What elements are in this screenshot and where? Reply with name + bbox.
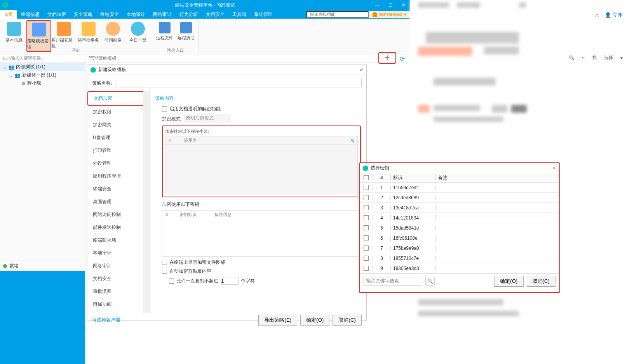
checkbox-icon[interactable] bbox=[364, 225, 369, 230]
checkbox-icon[interactable] bbox=[364, 195, 369, 200]
chevron-down-icon[interactable]: ▾ bbox=[620, 55, 623, 61]
side-approval[interactable]: 审批流程 bbox=[87, 285, 149, 298]
menu-tab-doc-encrypt[interactable]: 文档加密 bbox=[44, 10, 70, 19]
alert-icon[interactable]: ⚠ bbox=[595, 12, 599, 18]
checkbox-icon[interactable] bbox=[162, 260, 167, 265]
side-website[interactable]: 网站访问控制 bbox=[87, 208, 149, 221]
show-icon-row[interactable]: 在终端上显示加密文件图标 bbox=[162, 259, 361, 266]
policy-name-input[interactable] bbox=[115, 79, 362, 87]
user-menu[interactable]: hanxiaoyao ▾ bbox=[369, 11, 410, 18]
ribbon-label: 远程协助 bbox=[178, 35, 195, 41]
side-print[interactable]: 打印管理 bbox=[87, 144, 149, 157]
side-usb[interactable]: U盘管理 bbox=[87, 131, 149, 144]
key-row[interactable]: 313e418d2ca bbox=[360, 203, 559, 213]
ribbon-time-portrait[interactable]: 时间画像 bbox=[101, 20, 125, 52]
key-row[interactable]: 81855710c7e bbox=[360, 253, 559, 263]
maximize-icon[interactable]: ☐ bbox=[384, 0, 397, 10]
key-row[interactable]: 414c1201894 bbox=[360, 213, 559, 223]
select-all-checkbox[interactable] bbox=[364, 175, 369, 180]
key-row[interactable]: 111659d7e4f bbox=[360, 183, 559, 193]
menu-tab-terminal-info[interactable]: 终端信息 bbox=[17, 10, 44, 19]
side-desktop[interactable]: 桌面管理 bbox=[87, 195, 149, 208]
key-row[interactable]: 7175be9e9a0 bbox=[360, 243, 559, 253]
key-row[interactable]: 212cded8689 bbox=[360, 193, 559, 203]
add-template-button[interactable]: + bbox=[378, 52, 396, 64]
close-icon[interactable]: ✕ bbox=[359, 67, 363, 73]
collapse-icon[interactable]: ⌄ bbox=[3, 64, 7, 70]
menu-tab-terminal-security[interactable]: 终端安全 bbox=[96, 10, 123, 19]
menu-tab-behavior[interactable]: 行为分析 bbox=[176, 10, 202, 19]
close-icon[interactable]: ✕ bbox=[552, 165, 556, 171]
enable-encrypt-row[interactable]: 启用文档透明加解密功能 bbox=[162, 106, 361, 112]
menu-tab-doc-security[interactable]: 文档安全 bbox=[202, 10, 228, 19]
menu-tab-home[interactable]: 首页 bbox=[0, 10, 17, 19]
search-icon[interactable]: 🔍 bbox=[569, 55, 575, 61]
tree-child[interactable]: ⌄ 👥 新媒体一部 (1/1) bbox=[0, 71, 85, 79]
tree-leaf[interactable]: 🖥 薛小瑶 bbox=[0, 79, 85, 87]
checkbox-icon[interactable] bbox=[364, 205, 369, 210]
side-firewall[interactable]: 终端防火墙 bbox=[87, 234, 149, 247]
menu-tab-system[interactable]: 系统管理 bbox=[250, 10, 277, 19]
quick-search-input[interactable] bbox=[306, 11, 369, 18]
checkbox-icon[interactable] bbox=[364, 235, 369, 240]
ribbon-remote-assist[interactable]: 远程协助 bbox=[176, 20, 197, 42]
checkbox-icon[interactable] bbox=[169, 279, 174, 284]
tree-search-input[interactable]: 在此输入关键字筛选... bbox=[0, 54, 85, 63]
key-search-input[interactable]: 输入关键字搜索 bbox=[364, 277, 422, 286]
key-row[interactable]: 919305ea3d3 bbox=[360, 263, 559, 273]
minimize-icon[interactable]: — bbox=[371, 0, 384, 10]
side-doc-security[interactable]: 文档安全 bbox=[87, 272, 149, 285]
ribbon-basic-info[interactable]: 基本信息 bbox=[2, 20, 26, 52]
clip-row[interactable]: 自动加密剪贴板内容 bbox=[162, 268, 361, 275]
app-title: 终端安全管控平台 - 内部测试 bbox=[175, 2, 235, 9]
checkbox-icon[interactable] bbox=[364, 185, 369, 190]
refresh-icon[interactable]: ⟳ bbox=[400, 55, 405, 63]
select-label[interactable]: 选择 bbox=[604, 54, 613, 61]
side-local-audit[interactable]: 本地审计 bbox=[87, 247, 149, 260]
side-terminal-security[interactable]: 终端安全 bbox=[87, 183, 149, 195]
copy-limit-row[interactable]: 允许一次复制不超过 个字符 bbox=[169, 277, 361, 285]
side-mail[interactable]: 邮件发送控制 bbox=[87, 221, 149, 234]
key-row[interactable]: 515dad5841e bbox=[360, 223, 559, 233]
checkbox-icon[interactable] bbox=[162, 269, 167, 274]
login-link[interactable]: 👤 立即 bbox=[605, 12, 623, 19]
side-doc-encrypt[interactable]: 文档加密 bbox=[87, 91, 149, 106]
side-network-audit[interactable]: 网络审计 bbox=[87, 260, 149, 272]
side-accessory[interactable]: 附属功能 bbox=[87, 298, 149, 311]
key-row[interactable]: 616fc06100e bbox=[360, 233, 559, 243]
side-encrypt-gateway[interactable]: 加密网关 bbox=[87, 118, 149, 131]
col-num: # bbox=[162, 212, 176, 217]
ribbon-remote-file[interactable]: 远程文件 bbox=[154, 20, 176, 42]
close-icon[interactable]: ✕ bbox=[397, 0, 410, 10]
switch-label[interactable]: 换 bbox=[592, 54, 597, 61]
checkbox-icon[interactable] bbox=[364, 215, 369, 220]
checkbox-icon[interactable] bbox=[364, 256, 369, 261]
side-encrypt-perm[interactable]: 加密权限 bbox=[87, 106, 149, 118]
ribbon-policy-template[interactable]: 策略模板管理 bbox=[26, 20, 51, 52]
cancel-button[interactable]: 取消(C) bbox=[333, 315, 362, 326]
ribbon-today[interactable]: 今日一览 bbox=[125, 20, 150, 52]
menu-tab-security-policy[interactable]: 安全策略 bbox=[70, 10, 96, 19]
mode-select[interactable]: 透明加密模式 bbox=[184, 115, 230, 123]
checkbox-icon[interactable] bbox=[364, 266, 369, 271]
side-app-control[interactable]: 应用程序管控 bbox=[87, 170, 149, 183]
collapse-icon[interactable]: ⌄ bbox=[9, 73, 13, 78]
cursor-icon[interactable]: ↖ bbox=[581, 55, 585, 61]
menu-tab-network-audit[interactable]: 网络审计 bbox=[149, 10, 176, 19]
checkbox-icon[interactable] bbox=[162, 106, 167, 111]
search-button[interactable]: 🔍 bbox=[425, 277, 435, 286]
menu-tab-local-audit[interactable]: 本地审计 bbox=[123, 10, 149, 19]
dialog-footer: 请选择客户端 导出策略(E) 确定(O) 取消(C) bbox=[87, 313, 366, 327]
ok-button[interactable]: 确定(O) bbox=[300, 315, 329, 326]
tree-root[interactable]: ⌄ 👥 内部测试 (1/1) bbox=[0, 63, 85, 71]
sidebar-scrollbar[interactable] bbox=[143, 91, 149, 313]
ok-button[interactable]: 确定(O) bbox=[494, 276, 523, 287]
select-client-link[interactable]: 请选择客户端 bbox=[92, 317, 120, 323]
edit-icon[interactable]: ✎ bbox=[350, 138, 355, 144]
export-button[interactable]: 导出策略(E) bbox=[258, 315, 297, 326]
cancel-button[interactable]: 取消(C) bbox=[527, 276, 556, 287]
checkbox-icon[interactable] bbox=[364, 246, 369, 251]
copy-count-input[interactable] bbox=[221, 277, 239, 285]
menu-tab-toolbox[interactable]: 工具箱 bbox=[228, 10, 250, 19]
side-peripheral[interactable]: 外设管理 bbox=[87, 157, 149, 170]
